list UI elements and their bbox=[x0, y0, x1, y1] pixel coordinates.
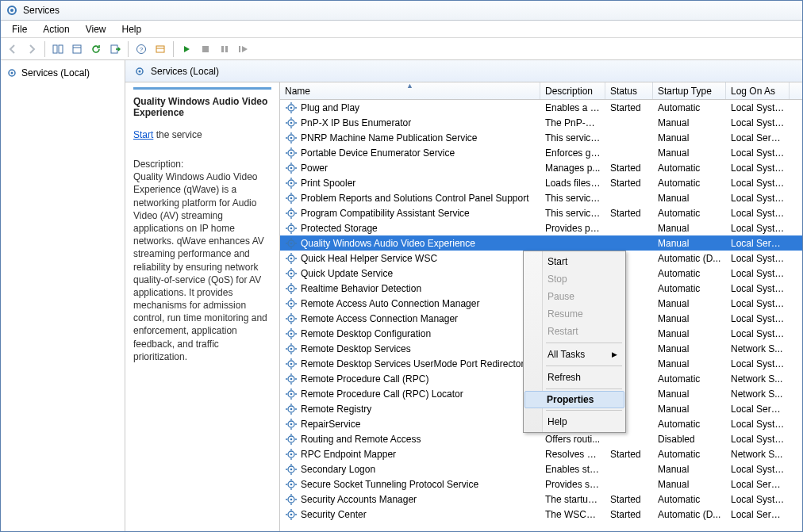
start-service-button[interactable] bbox=[178, 40, 195, 58]
col-logon[interactable]: Log On As bbox=[726, 82, 790, 99]
service-desc: Loads files t... bbox=[540, 178, 605, 189]
service-row[interactable]: Problem Reports and Solutions Control Pa… bbox=[280, 190, 802, 205]
service-row[interactable]: Security Accounts ManagerThe startup ...… bbox=[280, 492, 802, 507]
menu-action[interactable]: Action bbox=[35, 22, 77, 36]
svg-point-32 bbox=[290, 136, 293, 139]
nav-forward-button bbox=[23, 40, 40, 58]
menu-view[interactable]: View bbox=[78, 22, 114, 36]
ctx-stop: Stop bbox=[525, 270, 624, 288]
service-logon: Local Syste... bbox=[726, 268, 790, 279]
svg-point-116 bbox=[290, 347, 293, 350]
ctx-properties[interactable]: Properties bbox=[524, 391, 624, 408]
svg-point-92 bbox=[290, 287, 293, 289]
properties-button[interactable] bbox=[68, 40, 86, 58]
service-startup: Automatic (D... bbox=[653, 509, 726, 520]
menu-file[interactable]: File bbox=[4, 22, 35, 36]
tree-root-node[interactable]: Services (Local) bbox=[4, 65, 121, 81]
service-desc: Manages p... bbox=[540, 163, 605, 174]
ctx-start[interactable]: Start bbox=[525, 253, 624, 270]
service-name: Remote Access Auto Connection Manager bbox=[301, 298, 479, 309]
service-row[interactable]: Security CenterThe WSCSV...StartedAutoma… bbox=[280, 507, 802, 522]
service-row[interactable]: PNRP Machine Name Publication ServiceThi… bbox=[280, 130, 802, 145]
service-startup: Manual bbox=[653, 238, 726, 249]
col-startup[interactable]: Startup Type bbox=[653, 82, 726, 99]
service-row[interactable]: Portable Device Enumerator ServiceEnforc… bbox=[280, 145, 802, 160]
service-logon: Local Syste... bbox=[726, 328, 790, 339]
service-name: Remote Desktop Services bbox=[301, 343, 411, 354]
service-row[interactable]: Routing and Remote AccessOffers routi...… bbox=[280, 431, 802, 446]
services-icon bbox=[6, 4, 18, 17]
service-name: Remote Desktop Configuration bbox=[301, 328, 431, 339]
service-startup: Automatic bbox=[653, 373, 726, 385]
service-logon: Local Syste... bbox=[726, 494, 790, 505]
service-name: Portable Device Enumerator Service bbox=[301, 147, 455, 159]
service-startup: Manual bbox=[653, 132, 726, 144]
help-button[interactable]: ? bbox=[133, 40, 150, 58]
restart-service-button bbox=[235, 40, 252, 58]
service-row[interactable]: Quality Windows Audio Video ExperienceMa… bbox=[280, 235, 802, 251]
service-logon: Local Service bbox=[726, 509, 790, 520]
svg-point-20 bbox=[290, 106, 293, 109]
service-row[interactable]: Secondary LogonEnables star...ManualLoca… bbox=[280, 461, 802, 477]
service-row[interactable]: Secure Socket Tunneling Protocol Service… bbox=[280, 477, 802, 492]
ctx-all-tasks[interactable]: All Tasks▶ bbox=[525, 346, 624, 363]
gear-icon bbox=[285, 252, 298, 265]
service-desc: Provides pr... bbox=[540, 223, 605, 234]
service-startup: Manual bbox=[653, 328, 726, 339]
service-startup: Manual bbox=[653, 358, 726, 369]
export-button[interactable] bbox=[106, 40, 124, 58]
service-name: Security Center bbox=[301, 509, 367, 520]
service-startup: Manual bbox=[653, 343, 726, 354]
gear-icon bbox=[6, 67, 18, 79]
service-row[interactable]: RPC Endpoint MapperResolves RP...Started… bbox=[280, 446, 802, 461]
gear-icon bbox=[285, 373, 298, 385]
col-status[interactable]: Status bbox=[605, 82, 653, 99]
title-bar: Services bbox=[1, 1, 802, 21]
action-toolbar-button[interactable] bbox=[152, 40, 169, 58]
svg-point-158 bbox=[290, 453, 293, 455]
svg-point-152 bbox=[290, 438, 293, 440]
refresh-button[interactable] bbox=[87, 40, 105, 58]
svg-rect-9 bbox=[156, 46, 164, 52]
service-row[interactable]: PowerManages p...StartedAutomaticLocal S… bbox=[280, 160, 802, 175]
service-logon: Local Service bbox=[726, 479, 790, 490]
gear-icon bbox=[285, 222, 298, 235]
svg-point-110 bbox=[290, 332, 293, 335]
svg-point-146 bbox=[290, 423, 293, 425]
svg-point-128 bbox=[290, 377, 293, 380]
description-heading: Description: bbox=[133, 158, 271, 170]
ctx-refresh[interactable]: Refresh bbox=[525, 369, 624, 386]
service-startup: Manual bbox=[653, 464, 726, 475]
gear-icon bbox=[285, 207, 298, 220]
sort-asc-icon: ▲ bbox=[406, 82, 413, 90]
gear-icon bbox=[285, 101, 298, 114]
service-row[interactable]: Print SpoolerLoads files t...StartedAuto… bbox=[280, 175, 802, 190]
service-logon: Local Syste... bbox=[726, 253, 790, 264]
svg-point-86 bbox=[290, 272, 293, 274]
service-logon: Local Syste... bbox=[726, 358, 790, 369]
service-status: Started bbox=[605, 102, 653, 113]
start-service-link[interactable]: Start bbox=[133, 129, 153, 140]
menu-help[interactable]: Help bbox=[114, 22, 150, 36]
col-description[interactable]: Description bbox=[540, 82, 605, 99]
service-desc: The WSCSV... bbox=[540, 509, 605, 520]
separator bbox=[44, 41, 45, 57]
ctx-help[interactable]: Help bbox=[525, 413, 624, 431]
col-name[interactable]: Name▲ bbox=[280, 82, 540, 99]
service-row[interactable]: PnP-X IP Bus EnumeratorThe PnP-X ...Manu… bbox=[280, 115, 802, 130]
ctx-pause: Pause bbox=[525, 288, 624, 305]
ctx-restart: Restart bbox=[525, 323, 624, 340]
show-hide-tree-button[interactable] bbox=[49, 40, 67, 58]
service-startup: Automatic bbox=[653, 102, 726, 113]
service-row[interactable]: Program Compatibility Assistant ServiceT… bbox=[280, 205, 802, 220]
tree-root-label: Services (Local) bbox=[21, 67, 90, 78]
service-name: Plug and Play bbox=[301, 102, 359, 113]
service-row[interactable]: Plug and PlayEnables a c...StartedAutoma… bbox=[280, 100, 802, 115]
separator bbox=[128, 41, 129, 57]
gear-icon bbox=[285, 433, 298, 446]
service-row[interactable]: Protected StorageProvides pr...ManualLoc… bbox=[280, 220, 802, 235]
ctx-resume: Resume bbox=[525, 305, 624, 323]
svg-point-26 bbox=[290, 121, 293, 124]
gear-icon bbox=[285, 162, 298, 174]
gear-icon bbox=[285, 463, 298, 476]
